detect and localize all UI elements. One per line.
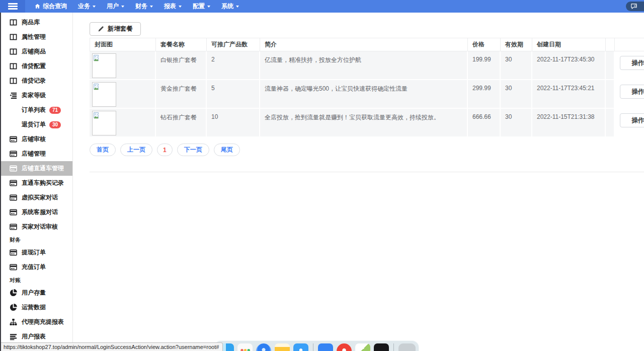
card-icon (10, 135, 17, 143)
chat-bubble-icon (630, 2, 637, 11)
page-button-0[interactable]: 首页 (90, 144, 116, 156)
nav-item-0[interactable]: 业务 (72, 0, 101, 13)
cell-name: 黄金推广套餐 (156, 80, 207, 109)
cell-created: 2022-11-17T23:45:21 (532, 80, 606, 109)
card-icon (10, 194, 17, 201)
page-button-2[interactable]: 1 (157, 144, 173, 156)
cell-price: 666.66 (468, 109, 501, 137)
nav-item-2[interactable]: 财务 (130, 0, 158, 13)
column-header-8 (615, 38, 644, 51)
files-icon[interactable] (318, 343, 333, 351)
column-header-7 (606, 38, 615, 51)
cell-price: 299.99 (468, 80, 501, 109)
sidebar-item-20[interactable]: 运营数据 (0, 300, 72, 315)
cover-image-placeholder (92, 53, 116, 78)
sidebar-item-7[interactable]: 退货订单30 (0, 117, 72, 132)
sidebar-item-label: 系统客服对话 (22, 208, 58, 217)
terminal-icon[interactable] (374, 343, 389, 351)
add-package-button[interactable]: 新增套餐 (90, 22, 141, 36)
cell-desc: 全店投放，抢到流量就是赚到！宝贝获取流量更高效，持续投放。 (260, 109, 468, 137)
content-divider (90, 172, 644, 172)
dock-divider (313, 343, 313, 351)
cell-name: 白银推广套餐 (156, 51, 207, 80)
sidebar-item-21[interactable]: 代理商充提报表 (0, 315, 72, 329)
nav-item-label: 系统 (221, 2, 233, 11)
sidebar-item-1[interactable]: 属性管理 (0, 30, 72, 44)
sidebar: 商品库属性管理店铺商品借贷配置借贷记录卖家等级订单列表71退货订单30店铺审核店… (0, 13, 73, 351)
nav-item-5[interactable]: 系统 (216, 0, 245, 13)
sidebar-item-label: 虚拟买家对话 (22, 193, 58, 202)
chevron-down-icon (207, 6, 210, 8)
sidebar-item-6[interactable]: 订单列表71 (0, 103, 72, 117)
main-content: 新增套餐 封面图套餐名称可推广产品数简介价格有效期创建日期 白银推广套餐2亿流量… (73, 13, 644, 351)
broken-image-icon (94, 55, 100, 62)
sidebar-item-label: 运营数据 (22, 303, 46, 312)
sidebar-item-19[interactable]: 用户存量 (0, 286, 72, 300)
card-icon (10, 249, 17, 256)
card-icon (10, 263, 17, 271)
cell-validity: 30 (501, 80, 532, 109)
cover-image-placeholder (92, 82, 116, 107)
sidebar-item-2[interactable]: 店铺商品 (0, 44, 72, 59)
chrome-icon[interactable] (337, 343, 352, 351)
card-icon (10, 165, 17, 172)
columns-icon (10, 62, 17, 70)
page-button-1[interactable]: 上一页 (120, 144, 152, 156)
sidebar-item-13[interactable]: 系统客服对话 (0, 205, 72, 220)
nav-item-label: 报表 (164, 2, 176, 11)
sidebar-item-8[interactable]: 店铺审核 (0, 132, 72, 147)
nav-item-label: 业务 (78, 2, 90, 11)
cell-created: 2022-11-17T23:45:30 (532, 51, 606, 80)
safari-icon[interactable] (256, 343, 271, 351)
row-action-button[interactable]: 操作 (620, 113, 644, 127)
row-action-button[interactable]: 操作 (620, 85, 644, 99)
sidebar-section-label: 财务 (0, 234, 72, 245)
columns-icon (10, 19, 17, 26)
sidebar-item-9[interactable]: 店铺管理 (0, 147, 72, 161)
app-window: 综合查询 业务用户财务报表配置系统 商品库属性管理店铺商品借贷配置借贷记录卖家等… (0, 0, 644, 351)
row-action-button[interactable]: 操作 (620, 56, 644, 70)
column-header-1: 套餐名称 (156, 38, 207, 51)
trash-icon[interactable] (398, 343, 416, 351)
sidebar-item-5[interactable]: 卖家等级 (0, 88, 72, 103)
nav-item-label: 配置 (193, 2, 205, 11)
sidebar-item-12[interactable]: 虚拟买家对话 (0, 190, 72, 205)
photos-icon[interactable] (355, 343, 370, 351)
sidebar-item-17[interactable]: 充值订单 (0, 260, 72, 274)
sidebar-item-14[interactable]: 买家对话审核 (0, 220, 72, 234)
sidebar-item-11[interactable]: 直通车购买记录 (0, 176, 72, 190)
cell-cover (90, 109, 156, 137)
count-badge: 71 (49, 107, 61, 114)
nav-item-3[interactable]: 报表 (158, 0, 187, 13)
sidebar-item-label: 属性管理 (22, 33, 46, 41)
sidebar-item-10[interactable]: 店铺直通车管理 (0, 161, 72, 176)
broken-image-icon (94, 84, 100, 91)
launchpad-icon[interactable] (237, 343, 253, 351)
dock-divider (393, 343, 394, 351)
dock (214, 340, 419, 351)
sidebar-item-0[interactable]: 商品库 (0, 15, 72, 30)
chevron-down-icon (236, 6, 239, 8)
mail-icon[interactable] (293, 343, 308, 351)
chat-pill-button[interactable] (626, 2, 644, 11)
nav-item-home[interactable]: 综合查询 (29, 0, 72, 13)
nav-item-label: 用户 (107, 2, 119, 11)
sidebar-item-label: 店铺审核 (22, 135, 46, 144)
sidebar-item-4[interactable]: 借贷记录 (0, 74, 72, 88)
page-button-4[interactable]: 尾页 (214, 144, 240, 156)
sidebar-toggle-button[interactable] (0, 0, 25, 13)
add-package-label: 新增套餐 (108, 25, 133, 33)
table-row: 白银推广套餐2亿流量，精准扶持，投放全方位护航199.99302022-11-1… (90, 51, 644, 80)
table-header-row: 封面图套餐名称可推广产品数简介价格有效期创建日期 (90, 38, 644, 51)
column-header-6: 创建日期 (532, 38, 606, 51)
sidebar-item-22[interactable]: 用户报表 (0, 329, 72, 344)
page-button-3[interactable]: 下一页 (177, 144, 209, 156)
nav-item-4[interactable]: 配置 (187, 0, 216, 13)
notes-icon[interactable] (275, 343, 290, 351)
sidebar-section-label: 对账 (0, 274, 72, 286)
sidebar-item-3[interactable]: 借贷配置 (0, 59, 72, 74)
nav-item-1[interactable]: 用户 (101, 0, 130, 13)
sidebar-item-16[interactable]: 提现订单 (0, 245, 72, 260)
cover-image-placeholder (92, 111, 116, 135)
card-icon (10, 208, 17, 216)
